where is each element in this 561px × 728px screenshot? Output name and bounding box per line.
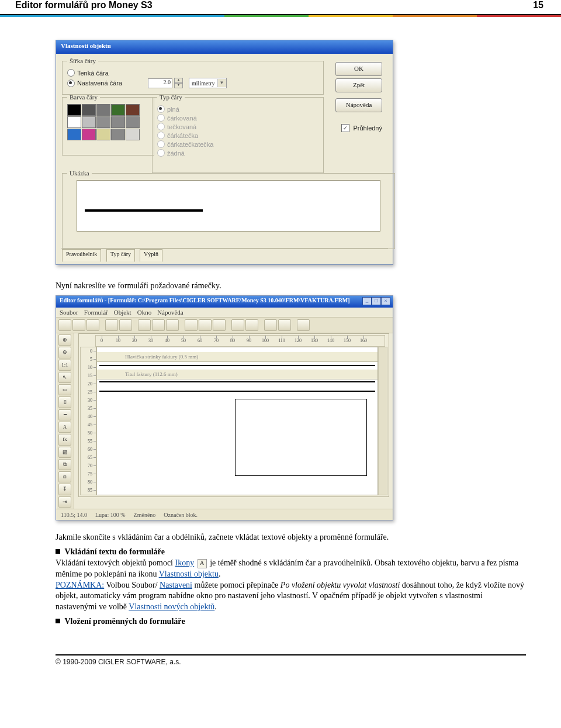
- checkbox-transparent[interactable]: ✓ Průhledný: [341, 124, 382, 132]
- align-c-icon[interactable]: [199, 319, 212, 331]
- radio-line-type: žádná: [157, 149, 318, 157]
- tab-linetype[interactable]: Typ čáry: [106, 249, 135, 262]
- group-line-type-label: Typ čáry: [157, 94, 185, 101]
- menu-item[interactable]: Soubor: [60, 309, 78, 316]
- help-icon[interactable]: [297, 319, 310, 331]
- link-vlastnosti-objektu[interactable]: Vlastnosti objektu: [159, 570, 219, 578]
- color-swatch[interactable]: [111, 116, 125, 128]
- menu-item[interactable]: Objekt: [114, 309, 131, 316]
- redo-icon[interactable]: [278, 319, 291, 331]
- group-line-width-label: Šířka čáry: [67, 57, 98, 64]
- align-bottom-icon[interactable]: ↧: [58, 484, 71, 495]
- pointer-icon[interactable]: ↖: [58, 372, 71, 383]
- color-swatch[interactable]: [67, 129, 81, 140]
- color-swatch[interactable]: [126, 116, 140, 128]
- line-bold-icon[interactable]: ━: [58, 409, 71, 420]
- paste-icon[interactable]: [166, 319, 179, 331]
- color-swatch[interactable]: [82, 116, 96, 128]
- menu-item[interactable]: Nápověda: [157, 309, 183, 316]
- align-r-icon[interactable]: [213, 319, 226, 331]
- section-insert-text: Vkládání textu do formuláře Vkládání tex…: [56, 547, 526, 613]
- menu-item[interactable]: Okno: [137, 309, 151, 316]
- ruler-vertical: 0510152025303540455055606570758085: [80, 347, 96, 495]
- radio-line-type: čárkatečkatečka: [157, 140, 318, 148]
- note-label: POZNÁMKA:: [56, 581, 104, 589]
- undo-icon[interactable]: [264, 319, 277, 331]
- preview-icon[interactable]: [119, 319, 132, 331]
- image-icon[interactable]: ▨: [58, 447, 71, 458]
- color-swatch[interactable]: [111, 129, 125, 140]
- back-button[interactable]: Zpět: [335, 78, 382, 92]
- bullet-icon: [56, 549, 60, 554]
- snap-icon[interactable]: [245, 319, 258, 331]
- color-swatch[interactable]: [126, 104, 140, 116]
- grid-icon[interactable]: [231, 319, 244, 331]
- zone1-icon[interactable]: ⧉: [58, 459, 71, 470]
- zone2-icon[interactable]: ⧈: [58, 471, 71, 482]
- tab-rectangle[interactable]: Pravoúhelník: [62, 249, 101, 262]
- new-icon[interactable]: [58, 319, 71, 331]
- maximize-icon[interactable]: □: [372, 297, 381, 305]
- cut-icon[interactable]: [138, 319, 151, 331]
- fx-icon[interactable]: fx: [58, 434, 71, 445]
- radio-thin-line[interactable]: Tenká čára: [67, 69, 318, 77]
- link-ikony[interactable]: Ikony: [175, 558, 195, 567]
- color-swatch[interactable]: [67, 104, 81, 116]
- dialog-title: Vlastnosti objektu: [56, 40, 393, 54]
- zoom-in-icon[interactable]: ⊕: [58, 334, 71, 346]
- radio-line-type: plná: [157, 105, 318, 113]
- color-swatch[interactable]: [82, 129, 96, 140]
- paragraph-1: Jakmile skončíte s vkládáním čar a obdél…: [56, 532, 526, 543]
- link-nastaveni[interactable]: Nastavení: [160, 581, 192, 589]
- ok-button[interactable]: OK: [335, 62, 382, 76]
- color-swatch[interactable]: [96, 104, 110, 116]
- italic-switch-text: Po vložení objektu vyvolat vlastnosti: [280, 581, 400, 589]
- section-header-1: Hlavička stránky faktury (0.5 mm): [97, 352, 378, 362]
- color-swatch[interactable]: [96, 129, 110, 140]
- radio-set-line[interactable]: Nastavená čára 2.0 ▴▾ milimetry ▼: [67, 78, 318, 88]
- color-swatch[interactable]: [111, 104, 125, 116]
- rect-empty-icon[interactable]: ▯: [58, 396, 71, 408]
- zoom-11-icon[interactable]: 1:1: [58, 360, 71, 371]
- help-button[interactable]: Nápověda: [335, 98, 382, 112]
- color-swatch[interactable]: [82, 104, 96, 116]
- width-spinner[interactable]: ▴▾: [174, 78, 183, 88]
- doc-title: Editor formulářů pro Money S3: [15, 0, 153, 11]
- rect-icon[interactable]: ▭: [58, 384, 71, 395]
- editor-window: Editor formulářů - [Formulář: C:\Program…: [56, 295, 393, 520]
- scrollbar-vertical[interactable]: [378, 347, 387, 495]
- text-tool-icon: A: [198, 559, 207, 568]
- copy-icon[interactable]: [152, 319, 165, 331]
- menu-item[interactable]: Formulář: [84, 309, 108, 316]
- heading-insert-text: Vkládání textu do formuláře: [65, 547, 165, 556]
- radio-line-type: tečkovaná: [157, 123, 318, 130]
- canvas[interactable]: Hlavička stránky faktury (0.5 mm) Titul …: [96, 347, 378, 495]
- status-zoom: Lupa: 100 %: [95, 512, 126, 518]
- radio-thin-label: Tenká čára: [77, 70, 109, 77]
- toolbar-top: [56, 318, 393, 333]
- minimize-icon[interactable]: _: [362, 297, 372, 305]
- footer-copyright: © 1990-2009 CIGLER SOFTWARE, a.s.: [56, 655, 526, 666]
- width-value-input[interactable]: 2.0: [148, 78, 172, 88]
- group-line-width: Šířka čáry Tenká čára Nastavená čára 2.0…: [62, 57, 324, 95]
- tab-fill[interactable]: Výplň: [140, 249, 162, 262]
- zoom-out-icon[interactable]: ⊖: [58, 347, 71, 358]
- link-vlastnosti-novych-objektu[interactable]: Vlastnosti nových objektů: [129, 602, 214, 611]
- align-l-icon[interactable]: [185, 319, 198, 331]
- align-side-icon[interactable]: ⇥: [58, 496, 71, 508]
- section-insert-vars: Vložení proměnných do formuláře: [56, 616, 526, 627]
- color-swatch[interactable]: [96, 116, 110, 128]
- page-header: Editor formulářů pro Money S3 15: [0, 0, 561, 22]
- close-icon[interactable]: ×: [381, 297, 390, 305]
- sample-line: [85, 209, 203, 212]
- color-swatch[interactable]: [126, 129, 140, 140]
- save-icon[interactable]: [86, 319, 99, 331]
- editor-title: Editor formulářů - [Formulář: C:\Program…: [56, 296, 393, 308]
- print-icon[interactable]: [105, 319, 118, 331]
- canvas-area: 0102030405060708090100110120130140150160…: [78, 333, 389, 497]
- text-icon[interactable]: A: [58, 422, 71, 433]
- width-unit-combo[interactable]: milimetry ▼: [189, 78, 226, 88]
- open-icon[interactable]: [72, 319, 85, 331]
- color-swatch[interactable]: [67, 116, 81, 128]
- radio-line-type: čárkovaná: [157, 114, 318, 122]
